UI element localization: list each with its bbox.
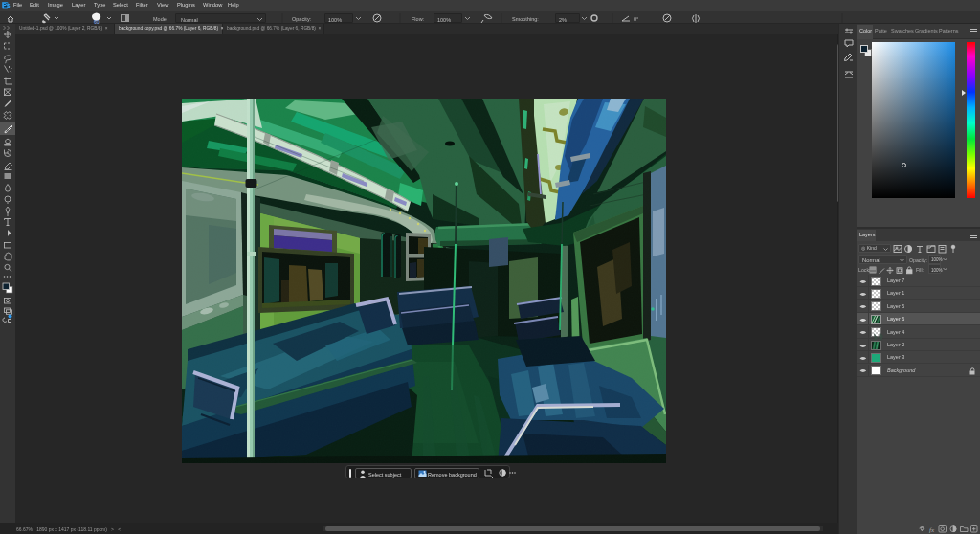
svg-text:fx: fx <box>929 526 935 534</box>
